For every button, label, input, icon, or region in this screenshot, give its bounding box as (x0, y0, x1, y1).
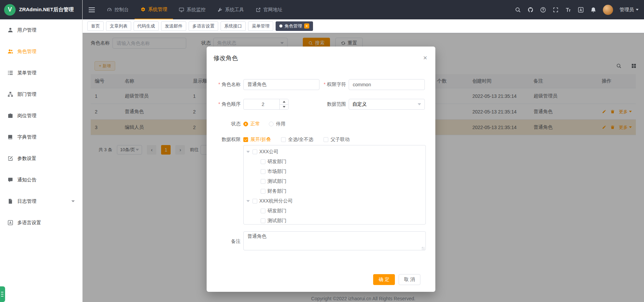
tree-node[interactable]: 测试部门 (244, 216, 425, 225)
checkbox-expand-collapse[interactable]: 展开/折叠 (243, 137, 271, 143)
sidebar-item-label: 角色管理 (17, 49, 36, 55)
data-scope-field-label: 数据范围 (323, 101, 349, 107)
language-switch-icon[interactable] (578, 7, 584, 13)
checkbox-icon[interactable] (253, 199, 257, 203)
tab-code-gen[interactable]: 代码生成 (134, 21, 159, 31)
nav-item-label: 系统管理 (148, 6, 167, 13)
active-dot-icon (279, 24, 282, 28)
github-icon[interactable] (527, 7, 534, 13)
tree-node[interactable]: XXX杭州分公司 (244, 196, 425, 206)
checkbox-icon[interactable] (253, 149, 257, 154)
top-navbar: 控制台 系统管理 系统监控 系统工具 官网地址 管理员 (83, 0, 644, 19)
checkbox-select-all[interactable]: 全选/全不选 (281, 137, 313, 143)
navbar-actions: 管理员 (515, 5, 644, 15)
increase-button[interactable] (280, 99, 288, 105)
tree-node[interactable]: 财务部门 (244, 186, 425, 196)
support-widget[interactable] (0, 286, 5, 302)
role-name-field-label: 角色名称 (209, 82, 243, 88)
help-icon[interactable] (540, 7, 546, 13)
tab-role-management[interactable]: 角色管理 × (276, 21, 313, 31)
checkbox-icon[interactable] (261, 159, 265, 164)
hamburger-icon[interactable] (83, 7, 101, 12)
dashboard-icon (107, 7, 112, 13)
org-tree-icon (7, 91, 13, 97)
tab-send-mail[interactable]: 发送邮件 (161, 21, 186, 31)
sidebar-item-label: 多语言设置 (17, 220, 41, 226)
nav-item-label: 官网地址 (263, 7, 282, 13)
sidebar-item-label: 字典管理 (17, 134, 36, 140)
fullscreen-icon[interactable] (553, 7, 559, 13)
data-scope-select[interactable]: 自定义 (349, 99, 425, 110)
sidebar-item-dictionary[interactable]: 字典管理 (0, 126, 82, 148)
cancel-button[interactable]: 取 消 (399, 274, 420, 285)
sidebar-item-notices[interactable]: 通知公告 (0, 169, 82, 191)
sidebar-item-users[interactable]: 用户管理 (0, 19, 82, 41)
remark-field-label: 备注 (209, 238, 243, 245)
dialog-header: 修改角色 × (207, 47, 435, 61)
app-window: V ZRAdmin.NET后台管理 用户管理 角色管理 菜单管理 部门管理 岗位… (0, 0, 644, 302)
tab-i18n-settings[interactable]: 多语言设置 (189, 21, 218, 31)
user-menu[interactable]: 管理员 (620, 7, 639, 13)
avatar[interactable] (603, 5, 613, 15)
sidebar-item-roles[interactable]: 角色管理 (0, 41, 82, 62)
checkbox-icon[interactable] (261, 189, 265, 194)
role-order-stepper (243, 99, 289, 110)
checkbox-parent-child-link[interactable]: 父子联动 (324, 137, 350, 143)
sidebar-menu: 用户管理 角色管理 菜单管理 部门管理 岗位管理 字典管理 参数设置 通知公告 … (0, 19, 82, 233)
checkbox-icon[interactable] (261, 209, 265, 213)
status-field-label: 状态 (209, 121, 243, 127)
tab-menu-management[interactable]: 菜单管理 (248, 21, 273, 31)
book-icon (7, 134, 13, 140)
sidebar: V ZRAdmin.NET后台管理 用户管理 角色管理 菜单管理 部门管理 岗位… (0, 0, 83, 302)
sidebar-item-menus[interactable]: 菜单管理 (0, 62, 82, 84)
menu-list-icon (7, 70, 13, 76)
tab-system-api[interactable]: 系统接口 (221, 21, 246, 31)
sidebar-item-label: 通知公告 (17, 177, 36, 183)
tree-node[interactable]: 测试部门 (244, 176, 425, 186)
sidebar-item-label: 用户管理 (17, 27, 36, 33)
nav-item-console[interactable]: 控制台 (101, 0, 135, 19)
checkbox-icon[interactable] (261, 218, 265, 223)
radio-status-normal[interactable]: 正常 (243, 121, 260, 127)
chat-bubble-icon (7, 177, 13, 183)
tree-node[interactable]: XXX公司 (244, 147, 425, 157)
bell-icon[interactable] (590, 7, 596, 13)
chevron-down-icon (71, 200, 75, 202)
nav-item-system-tools[interactable]: 系统工具 (211, 0, 250, 19)
checkbox-icon[interactable] (261, 169, 265, 174)
roles-icon (7, 49, 13, 54)
resize-handle[interactable] (422, 247, 425, 250)
tab-home[interactable]: 首页 (87, 21, 104, 31)
dialog-body: 角色名称 权限字符 角色顺序 数据范围 (207, 79, 435, 285)
radio-status-disabled[interactable]: 停用 (269, 121, 285, 127)
radio-icon (243, 122, 248, 126)
sidebar-item-logs[interactable]: 日志管理 (0, 191, 82, 212)
sidebar-item-departments[interactable]: 部门管理 (0, 84, 82, 105)
close-icon[interactable]: × (423, 55, 427, 61)
sidebar-item-positions[interactable]: 岗位管理 (0, 105, 82, 126)
perm-char-field[interactable] (349, 79, 425, 90)
remark-textarea[interactable]: 普通角色 (243, 231, 426, 250)
tree-node[interactable]: 市场部门 (244, 166, 425, 176)
tree-node[interactable]: 研发部门 (244, 206, 425, 216)
sidebar-item-parameters[interactable]: 参数设置 (0, 148, 82, 169)
tree-node[interactable]: 研发部门 (244, 157, 425, 166)
external-link-icon (256, 7, 261, 13)
font-size-icon[interactable] (565, 7, 571, 13)
decrease-button[interactable] (280, 105, 288, 110)
edit-role-dialog: 修改角色 × 角色名称 权限字符 角色顺序 (207, 47, 435, 292)
checkbox-icon[interactable] (261, 179, 265, 184)
close-icon[interactable]: × (304, 23, 309, 29)
sidebar-item-i18n[interactable]: 多语言设置 (0, 212, 82, 233)
nav-item-system-management[interactable]: 系统管理 (135, 0, 173, 19)
sidebar-item-label: 日志管理 (17, 198, 36, 205)
user-name: 管理员 (620, 7, 634, 13)
nav-item-official-site[interactable]: 官网地址 (250, 0, 288, 19)
nav-item-system-monitor[interactable]: 系统监控 (173, 0, 211, 19)
caret-down-icon[interactable] (246, 200, 250, 202)
caret-down-icon[interactable] (246, 151, 250, 153)
role-name-field[interactable] (243, 79, 319, 90)
search-icon[interactable] (515, 7, 521, 13)
confirm-button[interactable]: 确 定 (373, 274, 395, 285)
tab-article-list[interactable]: 文章列表 (106, 21, 131, 31)
